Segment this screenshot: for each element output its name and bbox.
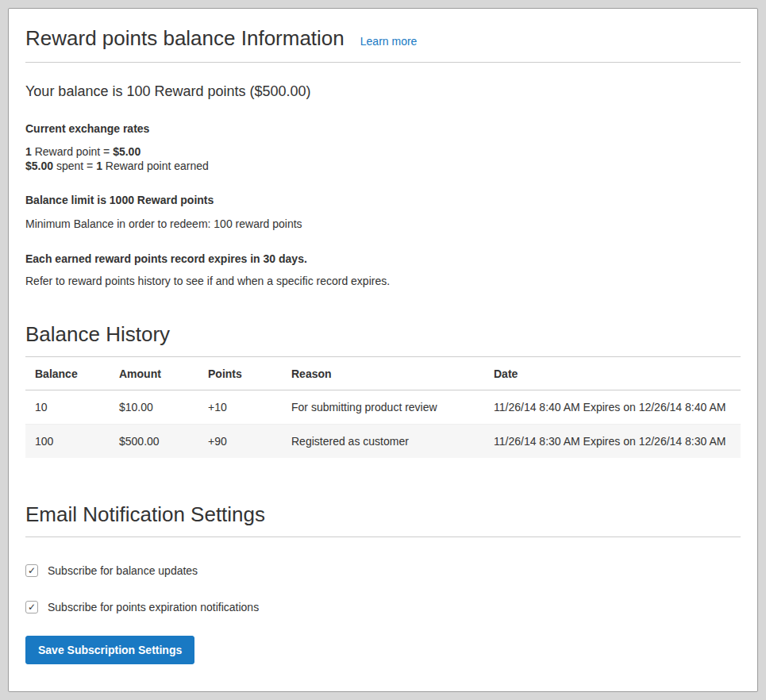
balance-limit-text: Balance limit is 1000 Reward points [25, 194, 741, 206]
reward-points-card: Reward points balance Information Learn … [8, 8, 758, 692]
col-header-amount: Amount [110, 357, 198, 390]
expiry-note-text: Refer to reward points history to see if… [25, 275, 741, 287]
rate2-amount: $5.00 [25, 160, 53, 172]
table-cell: +90 [198, 425, 282, 459]
table-cell: $10.00 [110, 390, 198, 425]
expiration-notifications-option: ✓ Subscribe for points expiration notifi… [25, 601, 741, 613]
learn-more-link[interactable]: Learn more [360, 35, 418, 48]
table-cell: Registered as customer [282, 425, 484, 459]
save-subscription-button[interactable]: Save Subscription Settings [25, 636, 194, 664]
exchange-rate-line-1: 1 Reward point = $5.00 [25, 144, 741, 159]
table-row: 100$500.00+90Registered as customer11/26… [25, 425, 741, 459]
rate1-amount: $5.00 [113, 145, 140, 158]
table-cell: 10 [25, 390, 110, 425]
table-cell: 100 [25, 425, 110, 459]
rate2-text-2: Reward point earned [102, 160, 209, 172]
rate2-points: 1 [96, 160, 102, 172]
col-header-reason: Reason [282, 357, 484, 390]
expiry-rule-text: Each earned reward points record expires… [25, 252, 741, 265]
page-title: Reward points balance Information [25, 26, 345, 51]
table-cell: 11/26/14 8:30 AM Expires on 12/26/14 8:3… [484, 425, 741, 459]
balance-updates-checkbox[interactable]: ✓ [25, 564, 38, 577]
email-settings-heading: Email Notification Settings [25, 502, 741, 537]
page-title-row: Reward points balance Information Learn … [25, 26, 741, 63]
balance-updates-option: ✓ Subscribe for balance updates [25, 564, 741, 577]
table-header: Balance Amount Points Reason Date [25, 357, 741, 390]
table-header-row: Balance Amount Points Reason Date [25, 357, 741, 390]
col-header-points: Points [198, 357, 282, 390]
rate1-points: 1 [25, 145, 32, 158]
rate2-text-1: spent = [53, 160, 96, 172]
balance-updates-label[interactable]: Subscribe for balance updates [48, 564, 198, 577]
col-header-balance: Balance [25, 357, 110, 390]
expiration-notifications-label[interactable]: Subscribe for points expiration notifica… [48, 601, 259, 613]
table-body: 10$10.00+10For submitting product review… [25, 390, 741, 459]
exchange-rate-line-2: $5.00 spent = 1 Reward point earned [25, 159, 741, 173]
table-row: 10$10.00+10For submitting product review… [25, 390, 741, 425]
balance-summary: Your balance is 100 Reward points ($500.… [25, 83, 741, 100]
balance-history-table: Balance Amount Points Reason Date 10$10.… [25, 357, 741, 458]
table-cell: 11/26/14 8:40 AM Expires on 12/26/14 8:4… [484, 390, 741, 425]
table-cell: For submitting product review [282, 390, 484, 425]
exchange-rates-heading: Current exchange rates [25, 122, 741, 135]
rate1-text: Reward point = [32, 145, 113, 158]
expiration-notifications-checkbox[interactable]: ✓ [25, 601, 38, 613]
table-cell: +10 [198, 390, 282, 425]
balance-history-heading: Balance History [25, 322, 741, 357]
table-cell: $500.00 [110, 425, 198, 459]
col-header-date: Date [484, 357, 741, 390]
minimum-balance-text: Minimum Balance in order to redeem: 100 … [25, 217, 741, 230]
